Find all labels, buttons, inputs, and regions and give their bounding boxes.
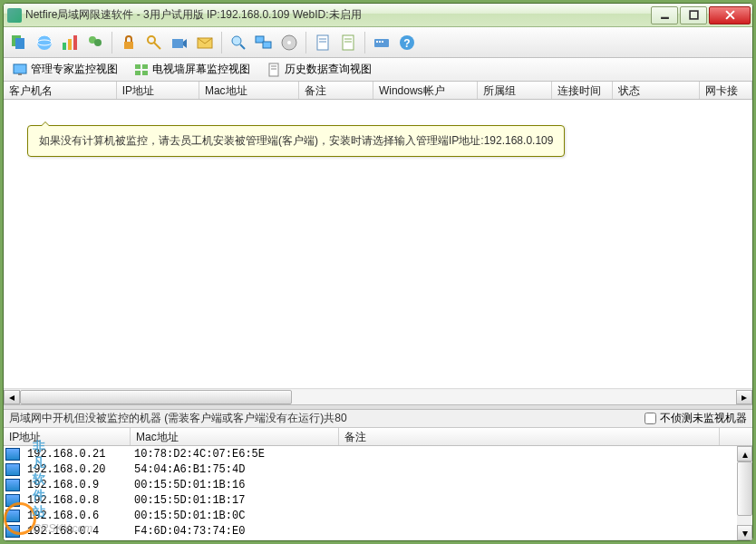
no-detect-checkbox[interactable] — [645, 413, 656, 424]
app-window: Netfire局域网限速软件 - 3用户试用版 IP:192.168.0.109… — [3, 3, 753, 541]
toolbar-sheets-icon[interactable] — [7, 31, 31, 54]
tab-expert-monitor[interactable]: 管理专家监控视图 — [9, 60, 121, 79]
tab-label: 历史数据查询视图 — [285, 62, 372, 77]
list-item[interactable]: 192.168.0.600:15:5D:01:1B:0C — [4, 508, 752, 523]
mac-cell: 54:04:A6:B1:75:4D — [129, 463, 337, 476]
scroll-left-arrow[interactable]: ◂ — [4, 390, 20, 404]
svg-rect-42 — [142, 71, 148, 75]
mac-cell: F4:6D:04:73:74:E0 — [129, 525, 337, 538]
column-header[interactable]: Windows帐户 — [373, 82, 478, 99]
toolbar-monitors-icon[interactable] — [252, 31, 276, 54]
vertical-scrollbar[interactable]: ▴ ▾ — [737, 446, 752, 540]
svg-rect-38 — [18, 73, 22, 75]
unmonitored-machine-list[interactable]: 192.168.0.2110:78:D2:4C:07:E6:5E192.168.… — [4, 446, 752, 540]
tab-tvwall-monitor[interactable]: 电视墙屏幕监控视图 — [131, 60, 254, 79]
scroll-down-arrow[interactable]: ▾ — [737, 525, 752, 540]
column-header[interactable]: 连接时间 — [552, 82, 613, 99]
column-header[interactable]: 所属组 — [478, 82, 552, 99]
svg-line-20 — [240, 44, 245, 49]
svg-rect-5 — [15, 38, 24, 49]
svg-point-24 — [287, 41, 291, 44]
toolbar-help-icon[interactable]: ? — [395, 31, 419, 54]
column-header[interactable]: 状态 — [613, 82, 700, 99]
main-client-list[interactable]: 如果没有计算机被监控，请去员工机安装被管理端(客户端)，安装时请选择输入管理端I… — [4, 100, 752, 388]
column-header[interactable]: Mac地址 — [131, 428, 339, 445]
toolbar-search-icon[interactable] — [227, 31, 250, 54]
toolbar-doc2-icon[interactable] — [336, 31, 360, 54]
list-item[interactable]: 192.168.0.2110:78:D2:4C:07:E6:5E — [4, 446, 752, 461]
toolbar-separator — [305, 32, 306, 53]
view-tabs: 管理专家监控视图 电视墙屏幕监控视图 历史数据查询视图 — [4, 58, 752, 82]
bottom-column-headers: IP地址Mac地址备注 — [4, 428, 752, 446]
list-item[interactable]: 192.168.0.2054:04:A6:B1:75:4D — [4, 461, 752, 477]
svg-point-12 — [94, 39, 102, 46]
column-header[interactable]: 客户机名 — [4, 82, 117, 99]
toolbar-camera-icon[interactable] — [168, 31, 191, 54]
toolbar-disc-icon[interactable] — [277, 31, 301, 54]
list-item[interactable]: 192.168.0.900:15:5D:01:1B:16 — [4, 477, 752, 492]
svg-rect-13 — [124, 42, 133, 49]
toolbar-keyboard-icon[interactable] — [370, 31, 393, 54]
tab-history-query[interactable]: 历史数据查询视图 — [263, 60, 375, 79]
tab-label: 电视墙屏幕监控视图 — [152, 62, 250, 77]
main-toolbar: ? — [4, 27, 752, 58]
toolbar-users-icon[interactable] — [83, 31, 107, 54]
svg-rect-8 — [63, 43, 66, 50]
list-item[interactable]: 192.168.0.4F4:6D:04:73:74:E0 — [4, 523, 752, 539]
computer-icon — [5, 448, 20, 461]
column-header[interactable]: IP地址 — [4, 428, 131, 445]
svg-rect-41 — [135, 71, 141, 75]
mac-cell: 00:15:5D:01:1B:0C — [129, 510, 337, 522]
bottom-header-label: 局域网中开机但没被监控的机器 (需装客户端或客户端没有在运行)共80 — [9, 411, 645, 426]
horizontal-scrollbar[interactable]: ◂ ▸ — [4, 388, 752, 404]
svg-rect-32 — [376, 41, 378, 43]
svg-rect-39 — [135, 64, 141, 69]
bottom-panel-header: 局域网中开机但没被监控的机器 (需装客户端或客户端没有在运行)共80 不侦测未监… — [4, 410, 752, 428]
ip-cell: 192.168.0.6 — [22, 510, 129, 522]
column-header[interactable]: 备注 — [299, 82, 373, 99]
toolbar-mail-icon[interactable] — [193, 31, 217, 54]
computer-icon — [5, 479, 20, 491]
mac-cell: 00:15:5D:01:1B:17 — [129, 494, 337, 507]
svg-rect-37 — [14, 64, 26, 73]
toolbar-lock-icon[interactable] — [117, 31, 141, 54]
computer-icon — [5, 510, 20, 522]
svg-line-15 — [154, 43, 160, 49]
toolbar-key-icon[interactable] — [142, 31, 166, 54]
scroll-up-arrow[interactable]: ▴ — [737, 446, 752, 461]
column-header[interactable]: 网卡接 — [700, 82, 752, 99]
ip-cell: 192.168.0.4 — [22, 525, 129, 538]
no-detect-checkbox-label[interactable]: 不侦测未监视机器 — [645, 411, 747, 426]
svg-rect-25 — [317, 35, 328, 50]
svg-marker-17 — [183, 39, 187, 48]
tvwall-icon — [134, 63, 149, 77]
column-header[interactable]: IP地址 — [117, 82, 199, 99]
ip-cell: 192.168.0.20 — [22, 463, 129, 476]
svg-rect-22 — [263, 42, 271, 48]
computer-icon — [5, 463, 20, 476]
computer-icon — [5, 525, 20, 538]
maximize-button[interactable] — [680, 6, 707, 24]
column-header[interactable]: 备注 — [339, 428, 720, 445]
hint-tooltip: 如果没有计算机被监控，请去员工机安装被管理端(客户端)，安装时请选择输入管理端I… — [27, 125, 565, 157]
main-column-headers: 客户机名IP地址Mac地址备注Windows帐户所属组连接时间状态网卡接 — [4, 82, 752, 100]
scroll-thumb[interactable] — [20, 390, 292, 404]
list-item[interactable]: 192.168.0.800:15:5D:01:1B:17 — [4, 492, 752, 508]
computer-icon — [5, 494, 20, 507]
window-title: Netfire局域网限速软件 - 3用户试用版 IP:192.168.0.109… — [25, 7, 649, 23]
toolbar-chart-icon[interactable] — [58, 31, 82, 54]
tab-label: 管理专家监控视图 — [31, 62, 118, 77]
scroll-right-arrow[interactable]: ▸ — [736, 390, 752, 404]
svg-rect-43 — [269, 63, 278, 76]
svg-point-14 — [148, 36, 155, 44]
minimize-button[interactable] — [651, 6, 678, 24]
column-header[interactable]: Mac地址 — [199, 82, 299, 99]
scroll-track[interactable] — [20, 390, 736, 404]
toolbar-globe-icon[interactable] — [33, 31, 56, 54]
toolbar-doc1-icon[interactable] — [311, 31, 334, 54]
titlebar[interactable]: Netfire局域网限速软件 - 3用户试用版 IP:192.168.0.109… — [4, 4, 752, 27]
document-icon — [267, 63, 281, 77]
close-button[interactable] — [709, 6, 751, 24]
toolbar-separator — [364, 32, 365, 53]
scroll-thumb[interactable] — [737, 461, 752, 516]
